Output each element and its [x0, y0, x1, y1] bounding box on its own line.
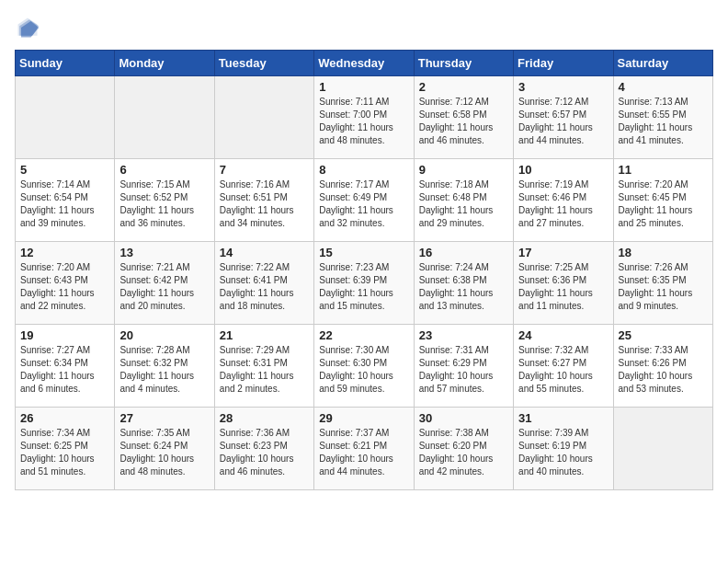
calendar-cell: 27Sunrise: 7:35 AM Sunset: 6:24 PM Dayli… — [115, 408, 214, 490]
calendar-body: 1Sunrise: 7:11 AM Sunset: 7:00 PM Daylig… — [16, 76, 713, 490]
weekday-header-saturday: Saturday — [613, 51, 712, 76]
calendar-cell: 18Sunrise: 7:26 AM Sunset: 6:35 PM Dayli… — [613, 242, 712, 325]
day-number: 31 — [518, 411, 608, 425]
calendar-cell: 24Sunrise: 7:32 AM Sunset: 6:27 PM Dayli… — [514, 325, 613, 408]
day-number: 29 — [319, 411, 408, 425]
day-number: 22 — [319, 328, 408, 342]
day-number: 14 — [220, 246, 309, 259]
day-info: Sunrise: 7:18 AM Sunset: 6:48 PM Dayligh… — [419, 178, 508, 230]
day-info: Sunrise: 7:33 AM Sunset: 6:26 PM Dayligh… — [619, 344, 708, 396]
day-info: Sunrise: 7:11 AM Sunset: 7:00 PM Dayligh… — [319, 96, 408, 147]
calendar-cell: 3Sunrise: 7:12 AM Sunset: 6:57 PM Daylig… — [514, 76, 613, 159]
day-info: Sunrise: 7:12 AM Sunset: 6:57 PM Dayligh… — [518, 96, 608, 147]
day-info: Sunrise: 7:31 AM Sunset: 6:29 PM Dayligh… — [419, 344, 508, 396]
day-number: 13 — [119, 246, 209, 259]
day-info: Sunrise: 7:28 AM Sunset: 6:32 PM Dayligh… — [119, 344, 209, 396]
calendar-cell: 20Sunrise: 7:28 AM Sunset: 6:32 PM Dayli… — [115, 325, 214, 408]
day-info: Sunrise: 7:36 AM Sunset: 6:23 PM Dayligh… — [220, 427, 309, 478]
day-number: 27 — [119, 411, 209, 425]
day-number: 20 — [119, 328, 209, 342]
day-info: Sunrise: 7:30 AM Sunset: 6:30 PM Dayligh… — [319, 344, 408, 396]
day-info: Sunrise: 7:26 AM Sunset: 6:35 PM Dayligh… — [619, 261, 708, 313]
day-info: Sunrise: 7:21 AM Sunset: 6:42 PM Dayligh… — [119, 261, 209, 313]
day-info: Sunrise: 7:23 AM Sunset: 6:39 PM Dayligh… — [319, 261, 408, 313]
calendar-cell: 29Sunrise: 7:37 AM Sunset: 6:21 PM Dayli… — [314, 408, 414, 490]
calendar-week-1: 1Sunrise: 7:11 AM Sunset: 7:00 PM Daylig… — [16, 76, 713, 159]
day-number: 11 — [619, 163, 708, 177]
day-info: Sunrise: 7:20 AM Sunset: 6:45 PM Dayligh… — [619, 178, 708, 230]
day-number: 19 — [20, 328, 109, 342]
day-info: Sunrise: 7:17 AM Sunset: 6:49 PM Dayligh… — [319, 178, 408, 230]
day-number: 28 — [220, 411, 309, 425]
day-info: Sunrise: 7:35 AM Sunset: 6:24 PM Dayligh… — [119, 427, 209, 478]
weekday-header-thursday: Thursday — [414, 51, 513, 76]
calendar-cell: 2Sunrise: 7:12 AM Sunset: 6:58 PM Daylig… — [414, 76, 513, 159]
day-info: Sunrise: 7:24 AM Sunset: 6:38 PM Dayligh… — [419, 261, 508, 313]
calendar-cell: 25Sunrise: 7:33 AM Sunset: 6:26 PM Dayli… — [613, 325, 712, 408]
calendar-cell: 22Sunrise: 7:30 AM Sunset: 6:30 PM Dayli… — [314, 325, 414, 408]
day-number: 12 — [20, 246, 109, 259]
day-number: 24 — [518, 328, 608, 342]
calendar-cell: 21Sunrise: 7:29 AM Sunset: 6:31 PM Dayli… — [214, 325, 313, 408]
calendar-cell: 31Sunrise: 7:39 AM Sunset: 6:19 PM Dayli… — [514, 408, 613, 490]
calendar-cell: 10Sunrise: 7:19 AM Sunset: 6:46 PM Dayli… — [514, 159, 613, 242]
calendar-cell: 30Sunrise: 7:38 AM Sunset: 6:20 PM Dayli… — [414, 408, 513, 490]
weekday-header-row: SundayMondayTuesdayWednesdayThursdayFrid… — [16, 51, 713, 76]
day-info: Sunrise: 7:32 AM Sunset: 6:27 PM Dayligh… — [518, 344, 608, 396]
day-info: Sunrise: 7:38 AM Sunset: 6:20 PM Dayligh… — [419, 427, 508, 478]
calendar-week-3: 12Sunrise: 7:20 AM Sunset: 6:43 PM Dayli… — [16, 242, 713, 325]
calendar-cell: 13Sunrise: 7:21 AM Sunset: 6:42 PM Dayli… — [115, 242, 214, 325]
day-number: 6 — [119, 163, 209, 177]
day-info: Sunrise: 7:14 AM Sunset: 6:54 PM Dayligh… — [20, 178, 109, 230]
calendar-week-4: 19Sunrise: 7:27 AM Sunset: 6:34 PM Dayli… — [16, 325, 713, 408]
day-info: Sunrise: 7:39 AM Sunset: 6:19 PM Dayligh… — [518, 427, 608, 478]
day-number: 23 — [419, 328, 508, 342]
calendar-cell: 17Sunrise: 7:25 AM Sunset: 6:36 PM Dayli… — [514, 242, 613, 325]
day-number: 17 — [518, 246, 608, 259]
day-number: 2 — [419, 80, 508, 94]
calendar-cell: 6Sunrise: 7:15 AM Sunset: 6:52 PM Daylig… — [115, 159, 214, 242]
day-number: 30 — [419, 411, 508, 425]
day-info: Sunrise: 7:13 AM Sunset: 6:55 PM Dayligh… — [619, 96, 708, 147]
calendar-cell: 28Sunrise: 7:36 AM Sunset: 6:23 PM Dayli… — [214, 408, 313, 490]
day-number: 10 — [518, 163, 608, 177]
day-info: Sunrise: 7:12 AM Sunset: 6:58 PM Dayligh… — [419, 96, 508, 147]
weekday-header-monday: Monday — [115, 51, 214, 76]
day-info: Sunrise: 7:25 AM Sunset: 6:36 PM Dayligh… — [518, 261, 608, 313]
calendar-cell: 9Sunrise: 7:18 AM Sunset: 6:48 PM Daylig… — [414, 159, 513, 242]
day-info: Sunrise: 7:19 AM Sunset: 6:46 PM Dayligh… — [518, 178, 608, 230]
calendar-cell: 16Sunrise: 7:24 AM Sunset: 6:38 PM Dayli… — [414, 242, 513, 325]
day-number: 1 — [319, 80, 408, 94]
day-number: 21 — [220, 328, 309, 342]
weekday-header-friday: Friday — [514, 51, 613, 76]
day-number: 8 — [319, 163, 408, 177]
calendar-cell: 11Sunrise: 7:20 AM Sunset: 6:45 PM Dayli… — [613, 159, 712, 242]
day-number: 15 — [319, 246, 408, 259]
day-info: Sunrise: 7:29 AM Sunset: 6:31 PM Dayligh… — [220, 344, 309, 396]
day-info: Sunrise: 7:34 AM Sunset: 6:25 PM Dayligh… — [20, 427, 109, 478]
day-number: 7 — [220, 163, 309, 177]
calendar-cell: 12Sunrise: 7:20 AM Sunset: 6:43 PM Dayli… — [16, 242, 115, 325]
day-info: Sunrise: 7:20 AM Sunset: 6:43 PM Dayligh… — [20, 261, 109, 313]
weekday-header-tuesday: Tuesday — [214, 51, 313, 76]
calendar-cell: 5Sunrise: 7:14 AM Sunset: 6:54 PM Daylig… — [16, 159, 115, 242]
day-info: Sunrise: 7:22 AM Sunset: 6:41 PM Dayligh… — [220, 261, 309, 313]
calendar-cell — [16, 76, 115, 159]
day-info: Sunrise: 7:27 AM Sunset: 6:34 PM Dayligh… — [20, 344, 109, 396]
calendar-cell — [214, 76, 313, 159]
day-info: Sunrise: 7:37 AM Sunset: 6:21 PM Dayligh… — [319, 427, 408, 478]
calendar-table: SundayMondayTuesdayWednesdayThursdayFrid… — [15, 50, 713, 490]
day-number: 9 — [419, 163, 508, 177]
calendar-cell — [613, 408, 712, 490]
page-header — [15, 15, 713, 40]
calendar-week-2: 5Sunrise: 7:14 AM Sunset: 6:54 PM Daylig… — [16, 159, 713, 242]
calendar-cell: 26Sunrise: 7:34 AM Sunset: 6:25 PM Dayli… — [16, 408, 115, 490]
calendar-cell: 14Sunrise: 7:22 AM Sunset: 6:41 PM Dayli… — [214, 242, 313, 325]
weekday-header-wednesday: Wednesday — [314, 51, 414, 76]
calendar-cell: 7Sunrise: 7:16 AM Sunset: 6:51 PM Daylig… — [214, 159, 313, 242]
day-info: Sunrise: 7:16 AM Sunset: 6:51 PM Dayligh… — [220, 178, 309, 230]
logo-icon — [15, 15, 40, 40]
day-info: Sunrise: 7:15 AM Sunset: 6:52 PM Dayligh… — [119, 178, 209, 230]
day-number: 26 — [20, 411, 109, 425]
day-number: 25 — [619, 328, 708, 342]
